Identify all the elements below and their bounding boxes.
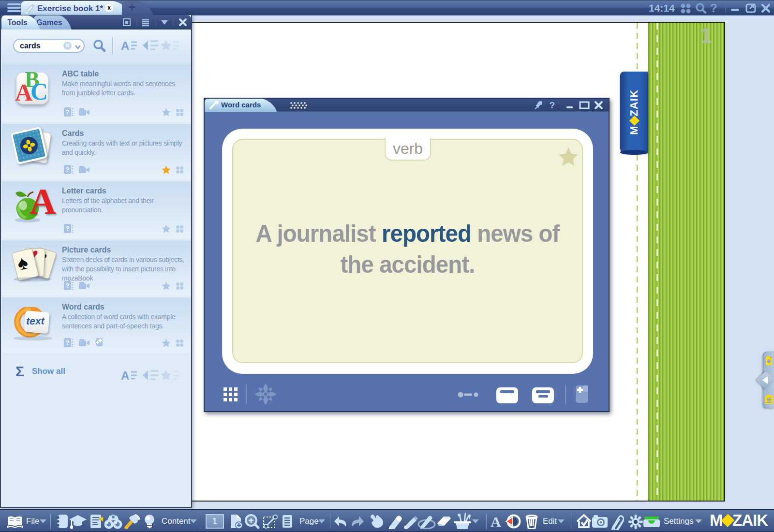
svg-text:?: ? (66, 225, 70, 232)
svg-text:?: ? (66, 108, 70, 116)
svg-text:?: ? (66, 339, 70, 346)
svg-text:?: ? (66, 282, 70, 289)
svg-text:?: ? (66, 166, 70, 173)
